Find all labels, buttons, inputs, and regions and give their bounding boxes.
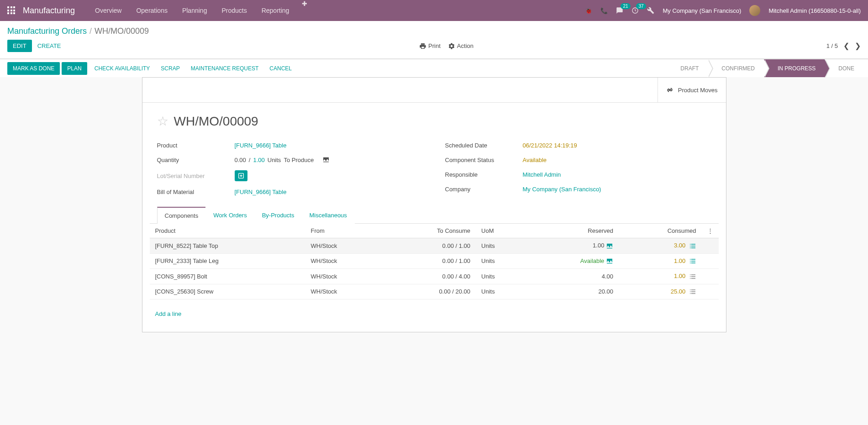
status-step-draft[interactable]: DRAFT: [667, 59, 708, 77]
table-row[interactable]: [CONS_25630] ScrewWH/Stock0.00 / 20.00Un…: [150, 284, 719, 299]
label-lot: Lot/Serial Number: [157, 173, 235, 179]
status-flow: DRAFTCONFIRMEDIN PROGRESSDONE: [667, 59, 868, 77]
status-step-confirmed[interactable]: CONFIRMED: [708, 59, 764, 77]
chat-badge: 21: [621, 3, 630, 9]
pager: 1 / 5 ❮ ❯: [826, 42, 861, 50]
cell-product: [CONS_25630] Screw: [150, 284, 305, 299]
tab-work-orders[interactable]: Work Orders: [205, 207, 254, 224]
statusbar: Mark as Done Plan Check availability Scr…: [0, 59, 868, 77]
col-from[interactable]: From: [305, 224, 384, 238]
label-product: Product: [157, 142, 235, 149]
value-company[interactable]: My Company (San Francisco): [523, 186, 601, 193]
activity-icon[interactable]: 37: [631, 7, 639, 15]
cell-to-consume: 0.00 / 20.00: [383, 284, 476, 299]
cell-from: WH/Stock: [305, 269, 384, 284]
scrap-button[interactable]: Scrap: [155, 62, 185, 75]
col-options-icon[interactable]: ⋮: [702, 224, 719, 238]
chat-icon[interactable]: 21: [616, 7, 623, 15]
forecast-icon[interactable]: [606, 242, 613, 249]
phone-icon[interactable]: 📞: [600, 7, 608, 14]
tab-miscellaneous[interactable]: Miscellaneous: [301, 207, 354, 224]
plus-icon[interactable]: ✚: [296, 0, 313, 21]
cell-uom: Units: [476, 238, 527, 254]
pager-prev-icon[interactable]: ❮: [843, 42, 849, 50]
company-name[interactable]: My Company (San Francisco): [663, 7, 741, 14]
cell-from: WH/Stock: [305, 238, 384, 254]
cell-uom: Units: [476, 269, 527, 284]
qty-uom: Units: [268, 157, 281, 163]
form-sheet: Product Moves ☆ WH/MO/00009 Product [FUR…: [142, 77, 726, 332]
status-step-done[interactable]: DONE: [825, 59, 868, 77]
tab-by-products[interactable]: By-Products: [254, 207, 302, 224]
plan-button[interactable]: Plan: [62, 62, 87, 75]
col-to-consume[interactable]: To Consume: [383, 224, 476, 238]
detail-list-icon[interactable]: [689, 257, 696, 264]
value-comp-status: Available: [523, 157, 547, 163]
forecast-icon[interactable]: [322, 156, 330, 164]
action-button[interactable]: Action: [448, 42, 473, 50]
breadcrumb-parent[interactable]: Manufacturing Orders: [7, 26, 87, 36]
detail-list-icon[interactable]: [689, 273, 696, 279]
col-consumed[interactable]: Consumed: [619, 224, 702, 238]
label-scheduled: Scheduled Date: [445, 142, 523, 149]
check-availability-button[interactable]: Check availability: [89, 62, 156, 75]
nav-planning[interactable]: Planning: [175, 0, 215, 21]
bug-icon[interactable]: 🐞: [585, 7, 592, 14]
pager-next-icon[interactable]: ❯: [855, 42, 861, 50]
cancel-button[interactable]: Cancel: [264, 62, 297, 75]
detail-list-icon[interactable]: [689, 242, 696, 249]
table-row[interactable]: [FURN_2333] Table LegWH/Stock0.00 / 1.00…: [150, 253, 719, 269]
label-bom: Bill of Material: [157, 189, 235, 195]
print-button[interactable]: Print: [419, 42, 441, 50]
create-button[interactable]: Create: [32, 40, 67, 52]
product-moves-button[interactable]: Product Moves: [658, 78, 726, 102]
app-brand[interactable]: Manufacturing: [23, 6, 75, 16]
cell-reserved: 20.00: [527, 284, 619, 299]
edit-button[interactable]: Edit: [7, 40, 32, 52]
col-uom[interactable]: UoM: [476, 224, 527, 238]
breadcrumb-current: WH/MO/00009: [95, 26, 149, 36]
add-line-link[interactable]: Add a line: [150, 307, 726, 321]
topbar: Manufacturing Overview Operations Planni…: [0, 0, 868, 21]
value-scheduled: 06/21/2022 14:19:19: [523, 142, 577, 149]
cell-consumed: 1.00: [619, 269, 702, 284]
value-bom[interactable]: [FURN_9666] Table: [235, 189, 287, 195]
nav-operations[interactable]: Operations: [129, 0, 174, 21]
cell-reserved: Available: [527, 253, 619, 269]
table-row[interactable]: [CONS_89957] BoltWH/Stock0.00 / 4.00Unit…: [150, 269, 719, 284]
cell-to-consume: 0.00 / 4.00: [383, 269, 476, 284]
detail-list-icon[interactable]: [689, 288, 696, 295]
status-step-in-progress[interactable]: IN PROGRESS: [764, 59, 825, 77]
activity-badge: 37: [636, 3, 646, 9]
cell-product: [CONS_89957] Bolt: [150, 269, 305, 284]
nav-overview[interactable]: Overview: [88, 0, 129, 21]
cell-uom: Units: [476, 253, 527, 269]
avatar[interactable]: [749, 5, 760, 16]
qty-to-produce: To Produce: [284, 157, 314, 163]
forecast-icon[interactable]: [606, 257, 613, 264]
col-reserved[interactable]: Reserved: [527, 224, 619, 238]
value-product[interactable]: [FURN_9666] Table: [235, 142, 287, 149]
components-table: Product From To Consume UoM Reserved Con…: [150, 223, 719, 299]
user-name[interactable]: Mitchell Admin (16650880-15-0-all): [768, 7, 861, 14]
label-quantity: Quantity: [157, 157, 235, 163]
record-name: WH/MO/00009: [174, 114, 258, 129]
table-row[interactable]: [FURN_8522] Table TopWH/Stock0.00 / 1.00…: [150, 238, 719, 254]
mark-done-button[interactable]: Mark as Done: [7, 62, 60, 75]
debug-icon[interactable]: [647, 7, 654, 15]
nav-products[interactable]: Products: [214, 0, 254, 21]
nav-reporting[interactable]: Reporting: [254, 0, 297, 21]
tab-components[interactable]: Components: [157, 207, 206, 224]
cell-uom: Units: [476, 284, 527, 299]
maintenance-button[interactable]: Maintenance Request: [185, 62, 264, 75]
qty-done: 0.00: [235, 157, 246, 163]
control-panel: Manufacturing Orders / WH/MO/00009 Edit …: [0, 21, 868, 59]
priority-star-icon[interactable]: ☆: [157, 114, 168, 129]
col-product[interactable]: Product: [150, 224, 305, 238]
lot-add-button[interactable]: [235, 170, 247, 181]
apps-icon[interactable]: [7, 6, 16, 15]
value-responsible[interactable]: Mitchell Admin: [523, 171, 561, 178]
cell-from: WH/Stock: [305, 253, 384, 269]
label-comp-status: Component Status: [445, 157, 523, 163]
cell-product: [FURN_8522] Table Top: [150, 238, 305, 254]
